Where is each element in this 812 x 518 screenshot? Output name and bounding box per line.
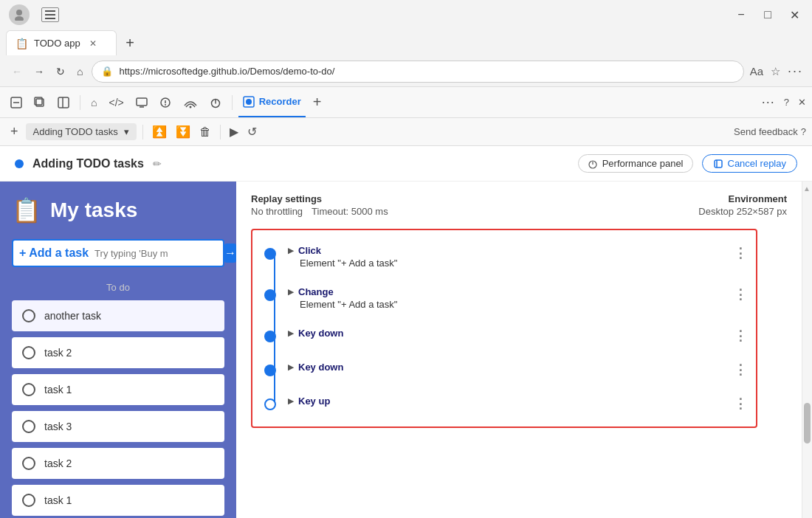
- select-tool-btn[interactable]: [6, 94, 27, 111]
- send-feedback-btn[interactable]: Send feedback: [734, 126, 798, 137]
- jump-start-btn[interactable]: ⏫: [149, 122, 170, 142]
- add-step-btn[interactable]: +: [6, 121, 23, 142]
- close-btn[interactable]: ✕: [785, 8, 803, 22]
- todo-list-item[interactable]: task 2: [12, 337, 224, 368]
- recorder-tab-label: Recorder: [259, 96, 301, 107]
- reload-btn[interactable]: ↻: [53, 63, 68, 80]
- step-item: ▶ Key up ⋮: [252, 387, 756, 421]
- performance-icon-btn[interactable]: [205, 94, 226, 111]
- todo-checkbox[interactable]: [22, 383, 35, 396]
- todo-list-item[interactable]: another task: [12, 300, 224, 331]
- todo-item-label: task 1: [44, 384, 72, 396]
- help-icon[interactable]: ?: [784, 97, 789, 108]
- step-action-label: Key up: [298, 396, 330, 407]
- settings-env-container: Replay settings No throttling Timeout: 5…: [251, 193, 787, 217]
- reader-view-icon[interactable]: Aa: [750, 65, 763, 77]
- recorder-tab[interactable]: Recorder: [238, 87, 306, 117]
- refresh-btn[interactable]: ↺: [244, 122, 260, 142]
- todo-checkbox[interactable]: [22, 420, 35, 433]
- todo-item-label: another task: [44, 310, 101, 322]
- separator-2: [232, 95, 233, 110]
- svg-point-16: [189, 106, 191, 108]
- favorites-icon[interactable]: ☆: [771, 65, 780, 78]
- recording-sub-toolbar: + Adding TODO tasks ▾ ⏫ ⏬ 🗑 ▶ ↺ Send fee…: [0, 118, 812, 146]
- minimize-btn[interactable]: −: [732, 8, 750, 21]
- delete-btn[interactable]: 🗑: [196, 122, 214, 142]
- add-tab-btn[interactable]: +: [309, 91, 326, 114]
- more-options-icon[interactable]: ···: [788, 63, 803, 79]
- step-action[interactable]: ▶ Click: [288, 245, 713, 256]
- step-action[interactable]: ▶ Key down: [288, 328, 713, 339]
- main-content: 📋 My tasks + Add a task → To do another …: [0, 182, 812, 518]
- step-action-label: Key down: [298, 328, 343, 339]
- step-menu-btn[interactable]: ⋮: [725, 245, 756, 261]
- todo-checkbox[interactable]: [22, 309, 35, 322]
- step-expand-icon[interactable]: ▶: [288, 288, 294, 296]
- scrollbar-thumb[interactable]: [804, 403, 811, 443]
- perf-panel-label: Performance panel: [602, 158, 684, 169]
- todo-list-item[interactable]: task 1: [12, 485, 224, 516]
- more-icon[interactable]: ···: [762, 94, 775, 110]
- close-panel-icon[interactable]: ✕: [798, 97, 806, 108]
- forward-btn[interactable]: →: [31, 63, 47, 80]
- edit-title-icon[interactable]: ✏: [153, 158, 162, 170]
- step-action[interactable]: ▶ Key down: [288, 362, 713, 373]
- todo-checkbox[interactable]: [22, 346, 35, 359]
- todo-input-row[interactable]: + Add a task →: [12, 239, 224, 267]
- url-bar[interactable]: 🔒 https://microsoftedge.github.io/Demos/…: [92, 61, 743, 83]
- svg-point-0: [16, 10, 22, 15]
- home-btn[interactable]: ⌂: [74, 63, 86, 80]
- toggle-panel-btn[interactable]: [53, 94, 74, 111]
- performance-panel-btn[interactable]: Performance panel: [578, 154, 693, 173]
- step-dropdown[interactable]: Adding TODO tasks ▾: [26, 123, 137, 140]
- step-dot: [264, 289, 276, 301]
- step-item: ▶ Click Element "+ Add a task" ⋮: [252, 236, 756, 277]
- play-btn[interactable]: ▶: [227, 122, 241, 142]
- cancel-replay-label: Cancel replay: [728, 158, 787, 169]
- scroll-up-icon[interactable]: ▲: [803, 184, 811, 193]
- sidebar-toggle-btn[interactable]: [41, 7, 59, 22]
- todo-add-label[interactable]: + Add a task: [19, 246, 89, 260]
- step-dot: [264, 331, 276, 342]
- todo-checkbox[interactable]: [22, 457, 35, 470]
- network-icon-btn[interactable]: [179, 94, 202, 111]
- new-tab-btn[interactable]: +: [120, 35, 140, 52]
- tab-close-btn[interactable]: ✕: [89, 38, 97, 49]
- step-expand-icon[interactable]: ▶: [288, 246, 294, 255]
- step-expand-icon[interactable]: ▶: [288, 329, 294, 337]
- step-dot: [264, 398, 276, 410]
- home-icon-btn[interactable]: ⌂: [86, 94, 101, 111]
- screen-icon-btn[interactable]: [131, 94, 152, 111]
- maximize-btn[interactable]: □: [759, 8, 777, 21]
- user-avatar[interactable]: [9, 4, 30, 25]
- env-block: Environment Desktop 252×587 px: [698, 193, 787, 217]
- lock-icon: 🔒: [101, 66, 113, 77]
- step-dot: [264, 365, 276, 376]
- copy-tool-btn[interactable]: [30, 94, 50, 111]
- svg-rect-9: [58, 97, 69, 108]
- scrollbar-track[interactable]: ▼ ▲: [802, 182, 812, 518]
- step-action[interactable]: ▶ Change: [288, 286, 713, 297]
- cancel-replay-btn[interactable]: Cancel replay: [702, 154, 798, 173]
- step-expand-icon[interactable]: ▶: [288, 397, 294, 405]
- todo-checkbox[interactable]: [22, 494, 35, 507]
- step-menu-btn[interactable]: ⋮: [725, 362, 756, 378]
- step-menu-btn[interactable]: ⋮: [725, 328, 756, 344]
- step-menu-btn[interactable]: ⋮: [725, 286, 756, 303]
- todo-list-item[interactable]: task 3: [12, 411, 224, 442]
- todo-submit-btn[interactable]: →: [224, 244, 236, 263]
- debug-icon-btn[interactable]: [155, 94, 176, 111]
- todo-list-item[interactable]: task 2: [12, 448, 224, 479]
- todo-list-item[interactable]: task 1: [12, 374, 224, 405]
- todo-input-field[interactable]: [94, 248, 219, 259]
- env-title: Environment: [698, 193, 787, 204]
- code-icon-btn[interactable]: </>: [104, 94, 128, 111]
- step-menu-btn[interactable]: ⋮: [725, 396, 756, 412]
- help-icon-2[interactable]: ?: [801, 126, 806, 137]
- active-tab[interactable]: 📋 TODO app ✕: [6, 30, 117, 55]
- todo-list: another tasktask 2task 1task 3task 2task…: [12, 300, 224, 516]
- jump-end-btn[interactable]: ⏬: [173, 122, 193, 142]
- step-action[interactable]: ▶ Key up: [288, 396, 713, 407]
- back-btn[interactable]: ←: [9, 63, 25, 80]
- step-expand-icon[interactable]: ▶: [288, 363, 294, 371]
